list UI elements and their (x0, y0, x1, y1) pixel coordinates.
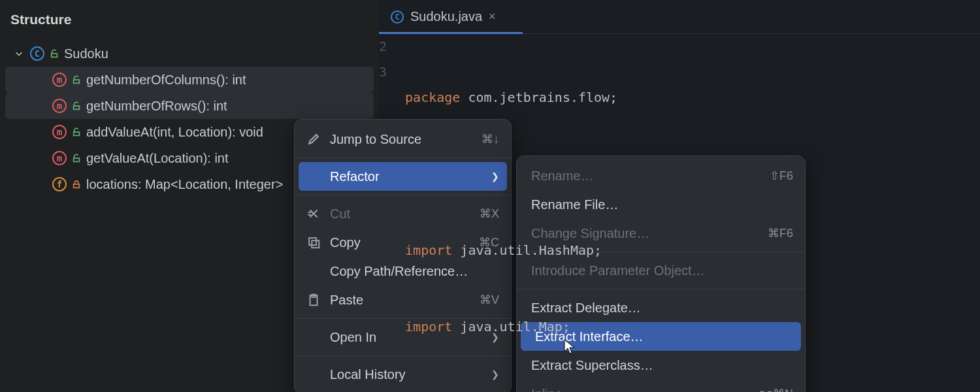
menu-item-label: Local History (330, 367, 406, 382)
panel-title: Structure (0, 12, 379, 41)
code-line: package com.jetbrains.flow; (405, 85, 980, 110)
svg-rect-0 (309, 238, 316, 245)
editor-tab-sudoku[interactable]: C Sudoku.java × (379, 0, 508, 33)
close-tab-icon[interactable]: × (489, 10, 496, 24)
blank-icon (306, 169, 321, 184)
menu-separator (295, 157, 511, 158)
scissors-icon (306, 206, 321, 221)
refactor-submenu: Rename… ⇧F6 Rename File… Change Signatur… (516, 155, 806, 392)
menu-item-label: Introduce Parameter Object… (531, 263, 705, 278)
chevron-right-icon: ❯ (491, 369, 499, 380)
tree-root-label: Sudoku (64, 46, 108, 61)
menu-separator (295, 355, 511, 356)
svg-rect-1 (312, 240, 319, 248)
method-icon: m (52, 125, 67, 139)
menu-item-rename-file[interactable]: Rename File… (517, 190, 805, 219)
blank-icon (306, 264, 321, 278)
menu-item-label: Extract Delegate… (531, 301, 641, 316)
method-icon: m (52, 73, 67, 87)
menu-item-label: Copy (330, 235, 361, 250)
code-line (405, 161, 980, 187)
menu-item-label: Cut (330, 206, 350, 221)
editor-tab-label: Sudoku.java (410, 9, 482, 24)
tree-item-label: getNumberOfRows(): int (86, 99, 227, 114)
lock-open-icon (50, 49, 59, 58)
tree-item-get-number-of-columns[interactable]: m getNumberOfColumns(): int (5, 67, 374, 93)
menu-shortcut: ⌘X (480, 206, 499, 221)
method-icon: m (52, 99, 67, 113)
menu-item-jump-to-source[interactable]: Jump to Source ⌘↓ (295, 125, 511, 154)
copy-icon (306, 235, 321, 250)
class-icon: C (391, 10, 404, 24)
blank-icon (306, 367, 321, 382)
lock-open-icon (72, 75, 81, 84)
class-icon: C (30, 46, 44, 61)
tree-item-get-number-of-rows[interactable]: m getNumberOfRows(): int (5, 93, 374, 119)
paste-icon (306, 293, 321, 307)
tree-root-sudoku[interactable]: C Sudoku (0, 41, 379, 67)
tree-item-label: addValueAt(int, Location): void (86, 125, 263, 140)
menu-item-label: Open In (330, 330, 376, 345)
menu-shortcut: ⌘↓ (482, 132, 499, 146)
menu-separator (517, 289, 805, 289)
code-line: import java.util.Map; (405, 314, 980, 340)
menu-item-label: Copy Path/Reference… (330, 264, 468, 279)
method-icon: m (52, 151, 67, 165)
lock-open-icon (72, 127, 81, 137)
menu-item-local-history[interactable]: Local History ❯ (295, 360, 511, 389)
menu-separator (295, 195, 511, 195)
lock-open-icon (72, 154, 81, 163)
menu-item-label: Paste (330, 293, 363, 308)
editor-tab-bar: C Sudoku.java × (379, 0, 980, 34)
gutter-line: 3 (379, 59, 387, 85)
menu-item-label: Jump to Source (330, 132, 421, 147)
menu-item-paste[interactable]: Paste ⌘V (295, 286, 511, 314)
menu-shortcut: ⌘V (480, 293, 499, 307)
edit-icon (306, 132, 321, 146)
blank-icon (306, 330, 321, 344)
tree-item-label: locations: Map<Location, Integer> (86, 177, 283, 192)
gutter-line: 2 (379, 34, 387, 59)
chevron-down-icon[interactable] (13, 48, 25, 59)
field-icon: f (52, 177, 67, 191)
menu-item-label: Rename File… (531, 197, 618, 212)
tree-item-label: getNumberOfColumns(): int (86, 73, 246, 88)
menu-item-cut[interactable]: Cut ⌘X (295, 199, 511, 228)
menu-item-label: Extract Superclass… (531, 358, 653, 373)
lock-closed-icon (72, 180, 81, 189)
code-line: import java.util.HashMap; (405, 238, 980, 263)
tree-item-label: getValueAt(Location): int (86, 151, 229, 166)
menu-item-extract-superclass[interactable]: Extract Superclass… (517, 351, 805, 380)
menu-item-label: Refactor (330, 169, 380, 184)
lock-open-icon (72, 101, 81, 110)
